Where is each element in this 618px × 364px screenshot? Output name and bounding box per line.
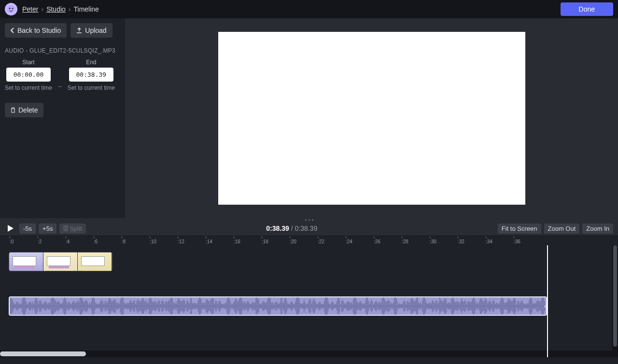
breadcrumb-current: Timeline <box>74 5 99 13</box>
play-icon <box>7 224 14 232</box>
video-thumb <box>43 252 78 271</box>
split-label: Split <box>70 225 82 232</box>
plus-5s-button[interactable]: +5s <box>39 224 56 234</box>
ruler-tick: :26 <box>374 236 380 244</box>
svg-rect-3 <box>64 226 65 231</box>
upload-label: Upload <box>85 27 106 34</box>
breadcrumb-sep: › <box>69 5 71 13</box>
set-end-current-link[interactable]: Set to current time <box>68 84 115 91</box>
ruler-tick: :24 <box>346 236 352 244</box>
breadcrumb-user[interactable]: Peter <box>22 5 38 13</box>
delete-button[interactable]: Delete <box>5 103 43 117</box>
preview-area <box>125 18 618 218</box>
preview-canvas[interactable] <box>218 32 525 205</box>
done-button[interactable]: Done <box>561 2 613 16</box>
svg-rect-4 <box>66 226 68 231</box>
back-label: Back to Studio <box>17 27 61 34</box>
total-time: 0:38.39 <box>295 224 317 232</box>
timeline-controls: -5s +5s Split 0:38.39 / 0:38.39 Fit to S… <box>0 221 618 236</box>
breadcrumb-sep: › <box>41 5 43 13</box>
ruler-tick: :2 <box>38 236 42 244</box>
back-to-studio-button[interactable]: Back to Studio <box>5 23 67 38</box>
clip-title: AUDIO - GLUE_EDIT2-5CULSQIZ_.MP3 <box>5 47 120 54</box>
horizontal-scrollbar[interactable] <box>0 350 618 357</box>
main-area: Back to Studio Upload AUDIO - GLUE_EDIT2… <box>0 18 618 218</box>
ruler-tick: :16 <box>234 236 240 244</box>
chevron-left-icon <box>11 28 14 33</box>
start-label: Start <box>22 59 34 66</box>
svg-point-0 <box>7 5 15 14</box>
current-time: 0:38.39 <box>266 224 289 232</box>
ruler-tick: :34 <box>486 236 492 244</box>
ruler-tick: :8 <box>122 236 126 244</box>
ruler-tick: :4 <box>66 236 70 244</box>
upload-icon <box>76 28 82 33</box>
timeline-tracks[interactable]: ⇔ <box>0 245 618 357</box>
video-clip[interactable] <box>9 252 112 271</box>
ruler-tick: :36 <box>514 236 520 244</box>
ruler-tick: :20 <box>290 236 296 244</box>
waveform <box>10 297 546 315</box>
delete-label: Delete <box>18 106 38 114</box>
ruler-tick: :10 <box>150 236 156 244</box>
audio-clip[interactable]: ⇔ <box>9 296 547 316</box>
avatar[interactable] <box>5 3 17 15</box>
playhead[interactable] <box>547 245 548 357</box>
fit-to-screen-button[interactable]: Fit to Screen <box>498 224 541 234</box>
svg-point-2 <box>12 8 14 9</box>
app-header: Peter › Studio › Timeline Done <box>0 0 618 18</box>
sidebar: Back to Studio Upload AUDIO - GLUE_EDIT2… <box>0 18 125 218</box>
set-start-current-link[interactable]: Set to current time <box>5 84 52 91</box>
split-icon <box>63 225 68 231</box>
ruler-tick: :30 <box>430 236 436 244</box>
breadcrumb-studio[interactable]: Studio <box>46 5 66 13</box>
video-thumb <box>9 252 43 271</box>
ruler-tick: :18 <box>262 236 268 244</box>
ruler-tick: :32 <box>458 236 464 244</box>
end-label: End <box>86 59 96 66</box>
time-display: 0:38.39 / 0:38.39 <box>89 224 495 232</box>
horizontal-scrollbar-thumb[interactable] <box>0 351 86 356</box>
video-thumb <box>78 252 112 271</box>
play-button[interactable] <box>5 223 16 234</box>
trash-icon <box>11 107 15 113</box>
ruler-tick: :12 <box>178 236 184 244</box>
split-button[interactable]: Split <box>59 224 85 234</box>
ruler-tick: :14 <box>206 236 212 244</box>
timeline-ruler[interactable]: :0:2:4:6:8:10:12:14:16:18:20:22:24:26:28… <box>0 236 618 245</box>
zoom-out-button[interactable]: Zoom Out <box>544 224 580 234</box>
ruler-tick: :28 <box>402 236 408 244</box>
breadcrumb: Peter › Studio › Timeline <box>5 3 99 15</box>
ruler-tick: :22 <box>318 236 324 244</box>
ruler-tick: :6 <box>94 236 98 244</box>
vertical-scrollbar-thumb[interactable] <box>613 245 617 347</box>
time-sep: – <box>58 82 62 90</box>
vertical-scrollbar[interactable] <box>612 245 618 350</box>
ruler-tick: :0 <box>10 236 14 244</box>
svg-point-1 <box>9 8 11 9</box>
start-time-input[interactable] <box>6 68 51 82</box>
minus-5s-button[interactable]: -5s <box>19 224 36 234</box>
upload-button[interactable]: Upload <box>70 23 112 38</box>
end-time-input[interactable] <box>69 68 113 82</box>
zoom-in-button[interactable]: Zoom In <box>582 224 613 234</box>
